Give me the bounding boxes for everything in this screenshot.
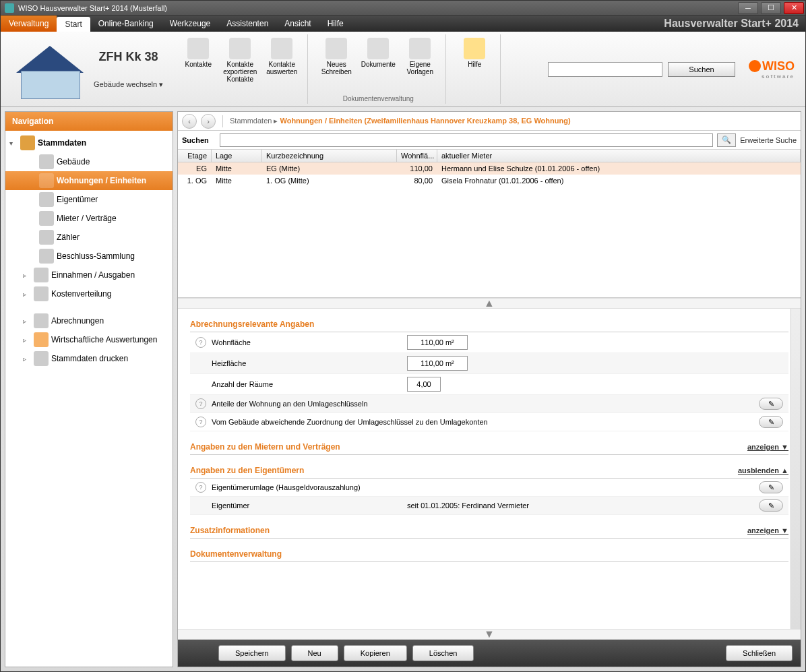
btn-loeschen[interactable]: Löschen (412, 645, 474, 661)
building-title: ZFH Kk 38 (99, 50, 158, 64)
help-icon[interactable]: ? (195, 482, 206, 493)
col-mieter[interactable]: aktueller Mieter (437, 150, 801, 162)
nav-forward[interactable]: › (201, 114, 216, 129)
tree-beschluss[interactable]: Beschluss-Sammlung (5, 247, 173, 266)
tab-werkzeuge[interactable]: Werkzeuge (162, 16, 218, 32)
income-icon (34, 268, 49, 282)
collapse-down[interactable]: ▼ (178, 629, 801, 640)
btn-neues-schreiben[interactable]: Neues Schreiben (316, 34, 356, 79)
tree-gebaeude[interactable]: Gebäude (5, 152, 173, 171)
help-icon (464, 38, 485, 59)
tab-hilfe[interactable]: Hilfe (319, 16, 352, 32)
col-etage[interactable]: Etage (178, 150, 212, 162)
toggle-zusatz[interactable]: anzeigen ▼ (747, 526, 788, 534)
toggle-mieter[interactable]: anzeigen ▼ (747, 443, 788, 451)
group-label-empty (239, 94, 241, 104)
help-icon[interactable]: ? (195, 337, 206, 348)
tree-wohnungen[interactable]: Wohnungen / Einheiten (5, 171, 173, 190)
edit-abweich[interactable]: ✎ (759, 416, 783, 428)
col-kurz[interactable]: Kurzbezeichnung (262, 150, 397, 162)
tree-zaehler[interactable]: Zähler (5, 228, 173, 247)
nav-back[interactable]: ‹ (182, 114, 197, 129)
billing-icon (34, 313, 49, 328)
edit-eigentuemer[interactable]: ✎ (759, 499, 783, 512)
folder-icon (20, 135, 35, 150)
tree-drucken[interactable]: ▹Stammdaten drucken (5, 349, 173, 368)
cost-icon (34, 286, 49, 301)
building-small-icon (39, 154, 54, 169)
btn-kopieren[interactable]: Kopieren (344, 645, 407, 661)
sect-abrechnung: Abrechnungsrelevante Angaben (190, 319, 314, 329)
toggle-eigentuemer[interactable]: ausblenden ▲ (738, 466, 788, 475)
nav-header: Navigation (5, 112, 173, 131)
analyze-icon (271, 38, 292, 59)
templates-icon (409, 38, 431, 59)
edit-eig-umlage[interactable]: ✎ (759, 481, 783, 493)
btn-hilfe[interactable]: Hilfe (454, 34, 495, 71)
btn-schliessen[interactable]: Schließen (726, 645, 793, 661)
tree-eigentuemer[interactable]: Eigentümer (5, 190, 173, 209)
resolution-icon (39, 249, 54, 264)
app-icon (5, 3, 14, 13)
col-lage[interactable]: Lage (212, 150, 262, 162)
collapse-up[interactable]: ▲ (178, 298, 801, 309)
search-go[interactable]: 🔍 (717, 133, 736, 147)
tree-mieter[interactable]: Mieter / Verträge (5, 209, 173, 228)
group-dokumente-label: Dokumentenverwaltung (343, 94, 414, 104)
btn-kontakte-auswerten[interactable]: Kontakte auswerten (261, 34, 302, 79)
tab-start[interactable]: Start (57, 17, 90, 32)
breadcrumb[interactable]: Stammdaten ▸ Wohnungen / Einheiten (Zwei… (230, 117, 571, 125)
documents-icon (367, 38, 389, 59)
window-minimize[interactable]: ─ (738, 2, 758, 14)
wiso-logo: WISO software (741, 49, 795, 90)
help-icon[interactable]: ? (195, 398, 206, 409)
btn-kontakte-export[interactable]: Kontakte exportieren Kontakte (220, 34, 260, 86)
brand-label: Hausverwalter Start+ 2014 (664, 16, 805, 32)
search-label: Suchen (182, 136, 216, 144)
ribbon-search-input[interactable] (548, 62, 662, 77)
table-row[interactable]: 1. OG Mitte 1. OG (Mitte) 80,00 Gisela F… (178, 175, 801, 187)
tab-online-banking[interactable]: Online-Banking (90, 16, 162, 32)
input-raeume[interactable] (407, 377, 441, 392)
tree-auswertungen[interactable]: ▹Wirtschaftliche Auswertungen (5, 330, 173, 349)
print-icon (34, 351, 49, 366)
btn-eigene-vorlagen[interactable]: Eigene Vorlagen (400, 34, 440, 79)
search-input[interactable] (220, 133, 713, 147)
ribbon-search-button[interactable]: Suchen (668, 62, 735, 77)
tree-abrechnungen[interactable]: ▹Abrechnungen (5, 311, 173, 330)
edit-anteile[interactable]: ✎ (759, 398, 783, 410)
owner-icon (39, 192, 54, 207)
meter-icon (39, 230, 54, 245)
building-icon (13, 40, 87, 98)
sect-eigentuemer: Angaben zu den Eigentümern (190, 466, 304, 475)
tree-stammdaten[interactable]: ▾Stammdaten (5, 133, 173, 152)
tab-ansicht[interactable]: Ansicht (276, 16, 319, 32)
contacts-icon (187, 38, 209, 59)
input-heizflaeche[interactable] (407, 356, 468, 371)
table-row[interactable]: EG Mitte EG (Mitte) 110,00 Hermann und E… (178, 162, 801, 175)
col-wohnflaeche[interactable]: Wohnflä... (397, 150, 437, 162)
btn-neu[interactable]: Neu (291, 645, 338, 661)
input-wohnflaeche[interactable] (407, 335, 468, 350)
help-icon[interactable]: ? (195, 417, 206, 427)
sect-mieter: Angaben zu den Mietern und Verträgen (190, 442, 340, 452)
export-icon (229, 38, 251, 59)
tab-verwaltung[interactable]: Verwaltung (1, 16, 57, 32)
sect-zusatz: Zusatzinformationen (190, 526, 270, 535)
window-close[interactable]: ✕ (784, 2, 804, 14)
btn-dokumente[interactable]: Dokumente (358, 34, 398, 71)
window-title: WISO Hausverwalter Start+ 2014 (Musterfa… (18, 4, 167, 12)
building-switch[interactable]: Gebäude wechseln ▾ (94, 80, 163, 89)
tree-einnahmen[interactable]: ▹Einnahmen / Ausgaben (5, 266, 173, 284)
btn-kontakte[interactable]: Kontakte (178, 34, 218, 71)
tree-kosten[interactable]: ▹Kostenverteilung (5, 284, 173, 303)
tab-assistenten[interactable]: Assistenten (218, 16, 276, 32)
new-doc-icon (326, 38, 347, 59)
btn-speichern[interactable]: Speichern (218, 645, 286, 661)
window-maximize[interactable]: ☐ (761, 2, 781, 14)
sect-dokverw: Dokumentenverwaltung (190, 549, 282, 559)
search-advanced[interactable]: Erweiterte Suche (740, 136, 797, 144)
units-icon (39, 173, 54, 188)
analysis-icon (34, 332, 49, 347)
tenant-icon (39, 211, 54, 226)
